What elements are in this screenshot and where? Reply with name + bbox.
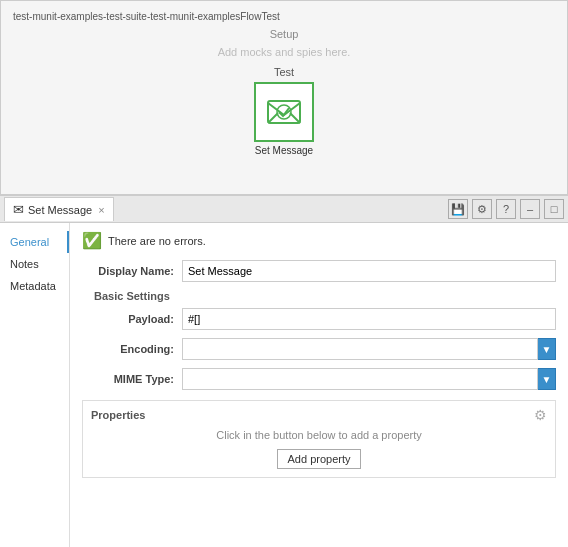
envelope-icon [266,94,302,130]
save-icon: 💾 [451,203,465,216]
encoding-select-wrapper: ▼ [182,338,556,360]
config-icon: ⚙ [477,203,487,216]
tab-label: Set Message [28,204,92,216]
help-icon: ? [503,203,509,215]
nav-general-label: General [10,236,49,248]
test-label: Test [9,66,559,78]
mime-type-select[interactable] [182,368,538,390]
tab-close-button[interactable]: × [98,204,104,216]
node-label: Set Message [254,145,314,156]
tab-toolbar: 💾 ⚙ ? – □ [448,199,564,219]
properties-gear-icon[interactable]: ⚙ [534,407,547,423]
panel: General Notes Metadata ✅ There are no er… [0,223,568,547]
save-button[interactable]: 💾 [448,199,468,219]
encoding-select[interactable] [182,338,538,360]
encoding-select-arrow[interactable]: ▼ [538,338,556,360]
mime-type-select-wrapper: ▼ [182,368,556,390]
set-message-tab[interactable]: ✉ Set Message × [4,197,114,221]
mime-type-row: MIME Type: ▼ [82,368,556,390]
setup-label: Setup [9,28,559,40]
encoding-row: Encoding: ▼ [82,338,556,360]
add-mocks-label: Add mocks and spies here. [9,46,559,58]
config-button[interactable]: ⚙ [472,199,492,219]
minimize-button[interactable]: – [520,199,540,219]
properties-title: Properties [91,409,145,421]
left-nav: General Notes Metadata [0,223,70,547]
mime-type-label: MIME Type: [82,373,182,385]
nav-metadata-label: Metadata [10,280,56,292]
canvas-node-area: Set Message [9,82,559,156]
tab-envelope-icon: ✉ [13,202,24,217]
nav-item-general[interactable]: General [0,231,69,253]
add-property-button[interactable]: Add property [277,449,362,469]
status-message: There are no errors. [108,235,206,247]
payload-input[interactable] [182,308,556,330]
minimize-icon: – [527,203,533,215]
maximize-button[interactable]: □ [544,199,564,219]
nav-item-notes[interactable]: Notes [0,253,69,275]
breadcrumb: test-munit-examples-test-suite-test-muni… [9,9,559,24]
display-name-label: Display Name: [82,265,182,277]
maximize-icon: □ [551,203,558,215]
encoding-label: Encoding: [82,343,182,355]
properties-section: Properties ⚙ Click in the button below t… [82,400,556,478]
canvas-area: test-munit-examples-test-suite-test-muni… [0,0,568,195]
nav-item-metadata[interactable]: Metadata [0,275,69,297]
display-name-row: Display Name: [82,260,556,282]
set-message-node[interactable] [254,82,314,142]
payload-row: Payload: [82,308,556,330]
status-ok-icon: ✅ [82,231,102,250]
payload-label: Payload: [82,313,182,325]
display-name-input[interactable] [182,260,556,282]
svg-line-1 [268,113,278,123]
main-content: ✅ There are no errors. Display Name: Bas… [70,223,568,547]
basic-settings-label: Basic Settings [94,290,556,302]
tab-bar: ✉ Set Message × 💾 ⚙ ? – □ [0,195,568,223]
nav-notes-label: Notes [10,258,39,270]
mime-type-select-arrow[interactable]: ▼ [538,368,556,390]
properties-hint: Click in the button below to add a prope… [91,429,547,441]
help-button[interactable]: ? [496,199,516,219]
svg-line-2 [290,113,300,123]
status-bar: ✅ There are no errors. [82,231,556,250]
properties-header: Properties ⚙ [91,407,547,423]
